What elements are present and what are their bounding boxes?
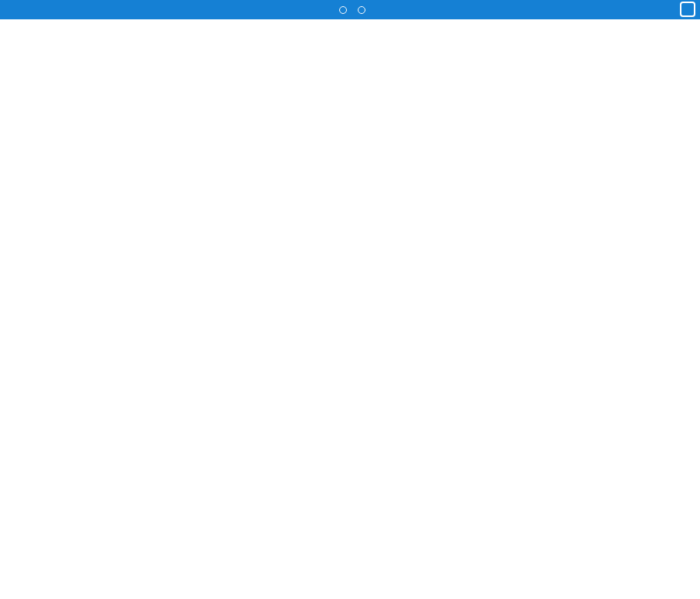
titlebar [0,0,700,19]
radio-vertical[interactable] [339,6,347,14]
radio-horizontal[interactable] [358,6,365,14]
close-button[interactable] [680,2,695,17]
